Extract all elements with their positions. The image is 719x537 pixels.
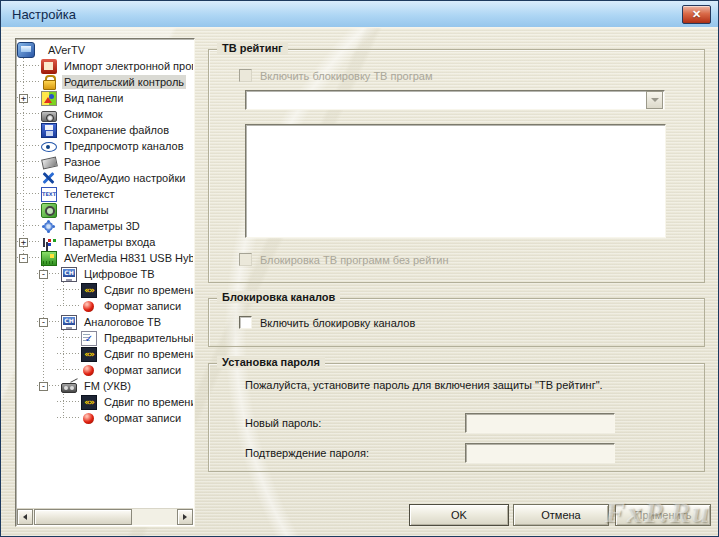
block-unrated-checkbox[interactable] <box>239 253 252 266</box>
tree-item-label: Сохранение файлов <box>62 123 171 137</box>
chevron-down-icon <box>651 98 659 102</box>
tree-horizontal-scrollbar[interactable] <box>17 508 193 525</box>
misc-icon <box>41 155 57 170</box>
tree-item-label: Сдвиг по времени <box>102 347 193 361</box>
tree-item-label: Аналоговое ТВ <box>82 315 163 329</box>
timeshift-icon <box>81 347 97 362</box>
tree-item-label: FM (УКВ) <box>82 379 133 393</box>
tree-item-label: Параметры входа <box>62 235 157 249</box>
tree-connector <box>17 122 41 138</box>
tree-item[interactable]: Сохранение файлов <box>17 122 193 138</box>
tree-connector <box>57 282 81 298</box>
rating-combobox-value <box>245 90 665 110</box>
channel-block-group: Блокировка каналов Включить блокировку к… <box>208 298 705 347</box>
block-unrated-label: Блокировка ТВ программ без рейтин <box>260 254 449 266</box>
scroll-left-button[interactable] <box>17 509 33 525</box>
expander-toggle[interactable]: - <box>19 254 28 263</box>
scroll-left-icon <box>23 514 27 520</box>
tree-item[interactable]: Формат записи <box>17 410 193 426</box>
tree-item[interactable]: Сдвиг по времени <box>17 394 193 410</box>
tree-connector: - <box>37 378 61 394</box>
tree-item[interactable]: Предпросмотр каналов <box>17 138 193 154</box>
tv-rating-group: ТВ рейтинг Включить блокировку ТВ програ… <box>208 49 705 283</box>
tree-connector <box>17 58 41 74</box>
tree-connector: + <box>17 234 41 250</box>
enable-tv-block-label: Включить блокировку ТВ програм <box>260 70 433 82</box>
expander-toggle[interactable]: - <box>39 318 48 327</box>
tree-item-label: Формат записи <box>102 363 183 377</box>
record-format-icon <box>81 299 97 314</box>
settings-dialog: Настройка ✕ AVerTV Импорт эле <box>0 0 719 537</box>
expander-toggle[interactable]: + <box>19 238 28 247</box>
expander-toggle[interactable]: - <box>39 270 48 279</box>
tree-item[interactable]: Параметры 3D <box>17 218 193 234</box>
tree-connector: + <box>17 90 41 106</box>
import-epg-icon <box>41 59 57 74</box>
tree-connector <box>57 410 81 426</box>
confirm-password-field[interactable] <box>465 443 615 463</box>
tree-item[interactable]: Телетекст <box>17 186 193 202</box>
tree-connector <box>57 298 81 314</box>
apply-button[interactable]: Применить <box>615 504 711 526</box>
snapshot-icon <box>41 111 57 122</box>
tree-item-label: Плагины <box>62 203 111 217</box>
tree-item[interactable]: AVerTV <box>17 42 193 58</box>
tree-connector: - <box>37 266 61 282</box>
scroll-right-button[interactable] <box>177 509 193 525</box>
tree-connector <box>57 362 81 378</box>
tree-item-label: AVerTV <box>46 43 87 57</box>
tree-item-label: Родительский контроль <box>62 75 186 89</box>
expander-toggle[interactable]: + <box>19 94 28 103</box>
tree-item[interactable]: - FM (УКВ) <box>17 378 193 394</box>
tree-item[interactable]: Снимок <box>17 106 193 122</box>
enable-tv-block-row: Включить блокировку ТВ програм <box>239 69 433 82</box>
rating-combobox[interactable] <box>245 90 665 110</box>
tree-connector <box>17 106 41 122</box>
tree-item[interactable]: - Цифровое ТВ <box>17 266 193 282</box>
parental-lock-icon <box>41 75 57 90</box>
combobox-dropdown-button[interactable] <box>646 91 663 109</box>
password-group: Установка пароля Пожалуйста, установите … <box>208 363 705 472</box>
tree-item[interactable]: Импорт электронной прог <box>17 58 193 74</box>
tree-item-label: Разное <box>62 155 102 169</box>
password-instruction: Пожалуйста, установите пароль для включе… <box>245 379 603 391</box>
new-password-field[interactable] <box>465 413 615 433</box>
tree-item-label: AVerMedia H831 USB Hybrid <box>62 251 193 265</box>
tree-connector <box>17 202 41 218</box>
tree-item[interactable]: - AVerMedia H831 USB Hybrid <box>17 250 193 266</box>
tree-item[interactable]: Родительский контроль <box>17 74 193 90</box>
tree-item[interactable]: - Аналоговое ТВ <box>17 314 193 330</box>
titlebar[interactable]: Настройка ✕ <box>1 1 718 27</box>
close-icon: ✕ <box>692 9 701 20</box>
tree-item-label: Видео/Аудио настройки <box>62 171 187 185</box>
tree-item[interactable]: Разное <box>17 154 193 170</box>
tree-connector <box>17 154 41 170</box>
input-settings-icon <box>41 235 57 250</box>
ok-button[interactable]: OK <box>409 504 509 526</box>
scrollbar-thumb[interactable] <box>34 509 132 525</box>
plugins-icon <box>41 203 57 218</box>
close-button[interactable]: ✕ <box>682 5 711 24</box>
record-format-icon <box>81 411 97 426</box>
enable-channel-block-checkbox[interactable] <box>239 316 252 329</box>
timeshift-icon <box>81 283 97 298</box>
cancel-button[interactable]: Отмена <box>513 504 609 526</box>
tree-connector <box>17 74 41 90</box>
expander-toggle[interactable]: - <box>39 382 48 391</box>
avertv-app-icon <box>17 42 35 58</box>
tree-item-label: Параметры 3D <box>62 219 142 233</box>
new-password-label: Новый пароль: <box>245 417 321 429</box>
tree-item[interactable]: Плагины <box>17 202 193 218</box>
enable-tv-block-checkbox[interactable] <box>239 69 252 82</box>
tree-connector <box>57 330 81 346</box>
tree-item[interactable]: + Параметры входа <box>17 234 193 250</box>
tv-analog-icon <box>61 315 77 330</box>
tv-digital-icon <box>61 267 77 282</box>
tree-item[interactable]: + Вид панели <box>17 90 193 106</box>
tree-connector: - <box>37 314 61 330</box>
block-unrated-row: Блокировка ТВ программ без рейтин <box>239 253 449 266</box>
rating-listbox[interactable] <box>245 124 666 238</box>
tree-item-label: Импорт электронной прог <box>62 59 193 73</box>
tree-item-label: Формат записи <box>102 411 183 425</box>
tree-item[interactable]: Видео/Аудио настройки <box>17 170 193 186</box>
